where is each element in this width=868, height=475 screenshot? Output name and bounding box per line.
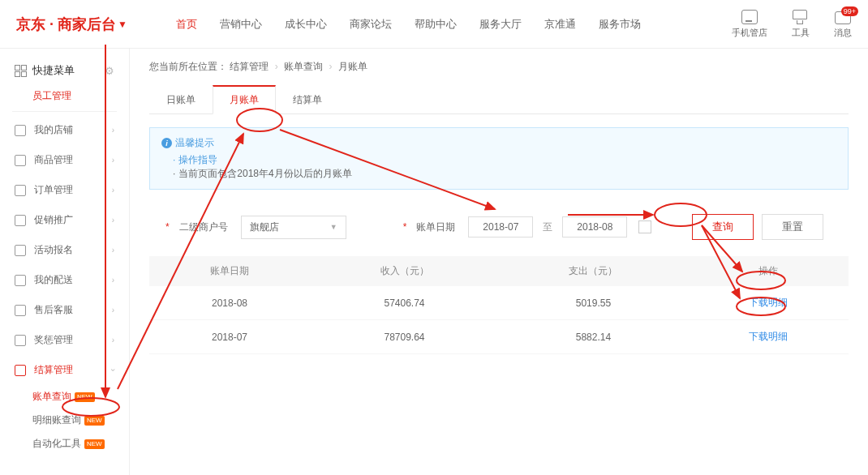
chevron-right-icon: › bbox=[112, 216, 114, 225]
nav-jzt[interactable]: 京准通 bbox=[544, 17, 576, 32]
breadcrumb-part[interactable]: 结算管理 bbox=[230, 61, 269, 72]
new-badge: NEW bbox=[75, 392, 95, 402]
quick-menu-label: 快捷菜单 bbox=[32, 63, 75, 78]
breadcrumb-part: 月账单 bbox=[338, 61, 367, 72]
sidebar-sub-bill-query[interactable]: 账单查询NEW bbox=[0, 385, 129, 409]
sidebar-item-orders[interactable]: 订单管理› bbox=[0, 175, 129, 205]
download-detail-link[interactable]: 下载明细 bbox=[749, 331, 788, 342]
top-nav: 首页 营销中心 成长中心 商家论坛 帮助中心 服务大厅 京准通 服务市场 bbox=[176, 17, 732, 32]
new-badge: NEW bbox=[84, 416, 105, 426]
breadcrumb-prefix: 您当前所在位置： bbox=[149, 61, 227, 72]
required-mark: * bbox=[403, 221, 407, 233]
merchant-select[interactable]: 旗舰店 ▼ bbox=[241, 216, 346, 239]
sidebar-quick-menu[interactable]: 快捷菜单 ⚙ bbox=[0, 57, 129, 84]
main-content: 您当前所在位置： 结算管理 › 账单查询 › 月账单 日账单 月账单 结算单 i… bbox=[130, 49, 868, 475]
chevron-right-icon: › bbox=[112, 126, 114, 135]
nav-service-market[interactable]: 服务市场 bbox=[599, 17, 641, 32]
tool-icon bbox=[793, 10, 809, 24]
col-expense: 支出（元） bbox=[499, 256, 688, 286]
sidebar: 快捷菜单 ⚙ 员工管理 我的店铺› 商品管理› 订单管理› 促销推广› 活动报名… bbox=[0, 49, 130, 475]
info-icon: i bbox=[161, 138, 172, 148]
cell-date: 2018-08 bbox=[149, 286, 310, 320]
tip-note: 当前页面包含2018年4月份以后的月账单 bbox=[173, 167, 836, 181]
tip-title-text: 温馨提示 bbox=[175, 136, 214, 150]
breadcrumb-sep: › bbox=[329, 61, 332, 72]
sidebar-item-goods[interactable]: 商品管理› bbox=[0, 145, 129, 175]
tip-link-text: 操作指导 bbox=[178, 154, 217, 165]
date-from-input[interactable]: 2018-07 bbox=[468, 216, 533, 238]
grid-icon bbox=[15, 65, 26, 76]
date-separator: 至 bbox=[543, 220, 552, 234]
phone-label: 手机管店 bbox=[732, 27, 767, 39]
merchant-label: 二级商户号 bbox=[179, 220, 228, 234]
sidebar-item-activity[interactable]: 活动报名› bbox=[0, 235, 129, 265]
sidebar-item-delivery[interactable]: 我的配送› bbox=[0, 265, 129, 295]
tip-title: i 温馨提示 bbox=[161, 136, 836, 150]
promo-icon bbox=[15, 215, 26, 226]
sidebar-item-label: 售后客服 bbox=[34, 303, 73, 317]
required-mark: * bbox=[165, 221, 170, 233]
calendar-icon[interactable] bbox=[638, 220, 651, 233]
col-action: 操作 bbox=[688, 256, 849, 286]
order-icon bbox=[15, 185, 26, 196]
tab-settlement[interactable]: 结算单 bbox=[276, 85, 339, 114]
nav-service-hall[interactable]: 服务大厅 bbox=[479, 17, 522, 32]
chevron-right-icon: › bbox=[112, 336, 114, 344]
chevron-right-icon: › bbox=[112, 246, 114, 255]
reward-icon bbox=[15, 335, 26, 346]
sidebar-item-label: 奖惩管理 bbox=[34, 333, 73, 347]
header-phone-store[interactable]: 手机管店 bbox=[732, 10, 767, 39]
sidebar-item-label: 我的店铺 bbox=[34, 123, 73, 137]
sidebar-item-label: 订单管理 bbox=[34, 183, 73, 197]
nav-growth[interactable]: 成长中心 bbox=[285, 17, 327, 32]
nav-home[interactable]: 首页 bbox=[176, 17, 197, 32]
breadcrumb-part[interactable]: 账单查询 bbox=[284, 61, 323, 72]
goods-icon bbox=[15, 155, 26, 166]
sidebar-item-label: 促销推广 bbox=[34, 213, 73, 227]
nav-forum[interactable]: 商家论坛 bbox=[350, 17, 392, 32]
tip-box: i 温馨提示 · 操作指导 当前页面包含2018年4月份以后的月账单 bbox=[149, 127, 849, 190]
query-button[interactable]: 查询 bbox=[692, 214, 754, 240]
sidebar-divider bbox=[12, 111, 117, 112]
nav-help[interactable]: 帮助中心 bbox=[415, 17, 457, 32]
sidebar-item-label: 我的配送 bbox=[34, 273, 73, 287]
header-messages[interactable]: 99+ 消息 bbox=[834, 10, 852, 39]
gear-icon[interactable]: ⚙ bbox=[105, 65, 114, 77]
chevron-right-icon: › bbox=[112, 156, 114, 165]
sidebar-item-reward[interactable]: 奖惩管理› bbox=[0, 325, 129, 355]
sidebar-staff-mgmt[interactable]: 员工管理 bbox=[0, 84, 129, 108]
sidebar-item-settlement[interactable]: 结算管理› bbox=[0, 355, 129, 385]
sidebar-item-promo[interactable]: 促销推广› bbox=[0, 205, 129, 235]
sub-label: 明细账查询 bbox=[32, 413, 81, 427]
tab-monthly[interactable]: 月账单 bbox=[213, 85, 276, 114]
sidebar-sub-detail-query[interactable]: 明细账查询NEW bbox=[0, 409, 129, 432]
sidebar-sub-auto-tool[interactable]: 自动化工具NEW bbox=[0, 432, 129, 456]
date-to-input[interactable]: 2018-08 bbox=[562, 216, 627, 238]
cell-income: 57406.74 bbox=[310, 286, 499, 320]
sidebar-item-label: 活动报名 bbox=[34, 243, 73, 257]
logo-text: 京东 · 商家后台 bbox=[16, 15, 116, 34]
chevron-down-icon: › bbox=[109, 369, 118, 371]
table-row: 2018-07 78709.64 5882.14 下载明细 bbox=[149, 320, 849, 354]
message-badge: 99+ bbox=[841, 6, 858, 16]
nav-marketing[interactable]: 营销中心 bbox=[220, 17, 262, 32]
sidebar-item-service[interactable]: 售后客服› bbox=[0, 295, 129, 325]
sidebar-item-shop[interactable]: 我的店铺› bbox=[0, 115, 129, 145]
table-row: 2018-08 57406.74 5019.55 下载明细 bbox=[149, 286, 849, 320]
date-label: 账单日期 bbox=[416, 220, 455, 234]
bill-tabs: 日账单 月账单 结算单 bbox=[149, 85, 849, 114]
bill-table: 账单日期 收入（元） 支出（元） 操作 2018-08 57406.74 501… bbox=[149, 256, 849, 354]
msg-label: 消息 bbox=[834, 27, 852, 39]
chevron-right-icon: › bbox=[112, 306, 114, 315]
site-logo[interactable]: 京东 · 商家后台 ▼ bbox=[16, 15, 127, 34]
reset-button[interactable]: 重置 bbox=[762, 214, 823, 240]
phone-icon bbox=[741, 10, 758, 24]
tip-guide-link[interactable]: · 操作指导 bbox=[173, 153, 836, 167]
download-detail-link[interactable]: 下载明细 bbox=[749, 297, 788, 308]
chevron-right-icon: › bbox=[112, 186, 114, 195]
service-icon bbox=[15, 305, 26, 316]
tab-daily[interactable]: 日账单 bbox=[149, 85, 213, 114]
breadcrumb: 您当前所在位置： 结算管理 › 账单查询 › 月账单 bbox=[149, 60, 849, 74]
logo-dropdown-icon: ▼ bbox=[118, 19, 127, 30]
header-tools[interactable]: 工具 bbox=[792, 10, 810, 39]
